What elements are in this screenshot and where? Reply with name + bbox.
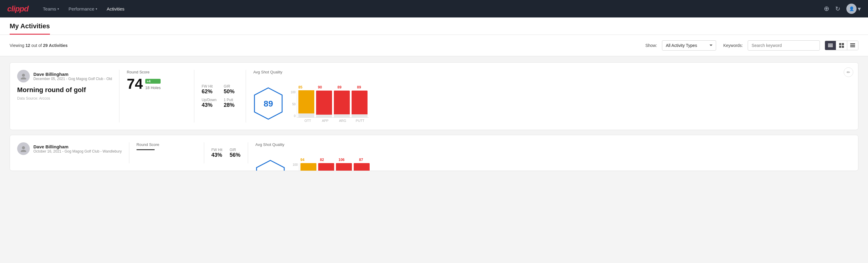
- bar-label-ott-value: 85: [292, 85, 309, 89]
- card-left: Dave Billingham December 05, 2021 - Gog …: [17, 70, 112, 100]
- bar-label-app: APP: [316, 119, 334, 122]
- activity-type-select[interactable]: All Activity Types: [662, 40, 716, 51]
- stat-grid: FW Hit 62% GIR 50% Up/Down 43% 1 Putt 28…: [202, 84, 239, 108]
- one-putt-label: 1 Putt: [224, 98, 239, 102]
- gir-stat: GIR 56%: [229, 148, 241, 158]
- user-menu[interactable]: 👤 ▾: [846, 4, 861, 14]
- avatar: [17, 142, 30, 155]
- nav-teams[interactable]: Teams ▾: [43, 5, 59, 12]
- card-divider: [246, 70, 246, 122]
- page-title: My Activities: [10, 22, 50, 35]
- bar-chart: 94 82 106 87 100 50 0: [292, 158, 371, 171]
- search-input[interactable]: [748, 40, 820, 51]
- bar-app: [318, 163, 334, 171]
- stat-grid: FW Hit 43% GIR 56%: [211, 148, 241, 158]
- svg-rect-5: [839, 46, 841, 48]
- fw-hit-label: FW Hit: [202, 84, 216, 88]
- fw-hit-stat: FW Hit 43%: [211, 148, 223, 158]
- fw-hit-value: 62%: [202, 88, 216, 95]
- bar-bottom-labels: OTT APP ARG PUTT: [299, 119, 369, 122]
- avg-shot-quality-label: Avg Shot Quality: [253, 70, 282, 74]
- user-details: Dave Billingham December 05, 2021 - Gog …: [33, 71, 112, 81]
- score-partial: [136, 149, 155, 150]
- bar-chart-wrapper: 100 50 0: [292, 163, 371, 171]
- card-quality: Avg Shot Quality 94 82 106 87: [255, 142, 851, 171]
- quality-hexagon: 89: [253, 87, 283, 121]
- card-divider: [129, 142, 129, 164]
- activity-card: Dave Billingham October 16, 2021 - Gog M…: [10, 135, 858, 171]
- fw-hit-stat: FW Hit 62%: [202, 84, 216, 95]
- activity-title: Morning round of golf: [17, 86, 112, 94]
- nav-right: ⊕ ↻ 👤 ▾: [824, 4, 861, 14]
- view-buttons: [825, 40, 858, 50]
- card-stats: Round Score: [136, 142, 197, 150]
- svg-marker-15: [256, 160, 284, 171]
- avg-shot-quality-label: Avg Shot Quality: [255, 142, 284, 147]
- show-label: Show:: [645, 43, 657, 48]
- add-icon[interactable]: ⊕: [824, 5, 829, 12]
- logo[interactable]: clippd: [7, 4, 29, 13]
- bar-top-labels: 94 82 106 87: [292, 158, 371, 162]
- round-score-label: Round Score: [127, 70, 187, 74]
- card-divider: [248, 142, 248, 164]
- bar-label-putt: PUTT: [351, 119, 369, 122]
- bar-label-arg-value: 89: [331, 85, 348, 89]
- quality-score: 89: [264, 99, 273, 109]
- grid-view-button[interactable]: [836, 41, 847, 50]
- fw-hit-value: 43%: [211, 152, 223, 158]
- score-badge: +4: [145, 79, 161, 84]
- gir-value: 50%: [224, 88, 239, 95]
- viewing-text: Viewing 12 out of 29 Activities: [10, 43, 641, 48]
- bar-label-putt-value: 87: [353, 158, 369, 162]
- chevron-down-icon: ▾: [96, 7, 97, 10]
- filter-bar: Viewing 12 out of 29 Activities Show: Al…: [0, 35, 868, 56]
- bar-putt: [354, 163, 370, 171]
- viewing-count: 12: [26, 43, 30, 48]
- svg-rect-7: [850, 43, 855, 44]
- bar-app: [316, 91, 332, 117]
- bar-label-putt-value: 89: [351, 85, 367, 89]
- bar-label-arg: ARG: [334, 119, 351, 122]
- score-row: 74 +4 18 Holes: [127, 77, 187, 91]
- refresh-icon[interactable]: ↻: [835, 5, 840, 12]
- bar-chart-wrapper: 100 50 0: [290, 91, 369, 118]
- card-stats: Round Score 74 +4 18 Holes: [127, 70, 187, 94]
- svg-rect-4: [842, 43, 844, 45]
- user-name: Dave Billingham: [33, 144, 122, 149]
- card-divider: [194, 70, 194, 122]
- round-score-label: Round Score: [136, 142, 197, 147]
- bar-arg: [334, 91, 350, 117]
- bar-label-ott: OTT: [299, 119, 316, 122]
- nav-performance[interactable]: Performance ▾: [69, 5, 97, 12]
- list-compact-view-button[interactable]: [825, 41, 836, 50]
- bar-label-arg-value: 106: [333, 158, 350, 162]
- chevron-down-icon: ▾: [57, 7, 59, 10]
- one-putt-stat: 1 Putt 28%: [224, 98, 239, 108]
- card-divider: [204, 142, 204, 164]
- updown-stat: Up/Down 43%: [202, 98, 216, 108]
- svg-point-14: [21, 150, 26, 152]
- bar-label-app-value: 90: [312, 85, 328, 89]
- user-name: Dave Billingham: [33, 71, 112, 77]
- card-divider: [119, 70, 119, 122]
- svg-rect-9: [850, 46, 855, 47]
- svg-point-13: [22, 146, 25, 149]
- gir-value: 56%: [229, 152, 241, 158]
- bar-chart: 85 90 89 89 100 50 0: [290, 85, 369, 122]
- avatar: [17, 70, 30, 83]
- bar-ott: [298, 91, 314, 117]
- card-quality: Avg Shot Quality 89 85 90 89 89: [253, 70, 851, 122]
- edit-button[interactable]: ✏: [844, 67, 853, 77]
- bar-label-ott-value: 94: [294, 158, 311, 162]
- user-date: October 16, 2021 - Gog Magog Golf Club -…: [33, 149, 122, 153]
- bar-arg: [336, 163, 352, 171]
- gir-stat: GIR 50%: [224, 84, 239, 95]
- quality-hexagon: [255, 159, 285, 171]
- gir-label: GIR: [229, 148, 241, 152]
- nav-activities[interactable]: Activities: [107, 5, 125, 12]
- svg-rect-1: [828, 45, 833, 46]
- svg-point-11: [21, 77, 26, 80]
- list-expanded-view-button[interactable]: [847, 41, 858, 50]
- svg-rect-2: [828, 46, 833, 47]
- svg-rect-6: [842, 46, 844, 48]
